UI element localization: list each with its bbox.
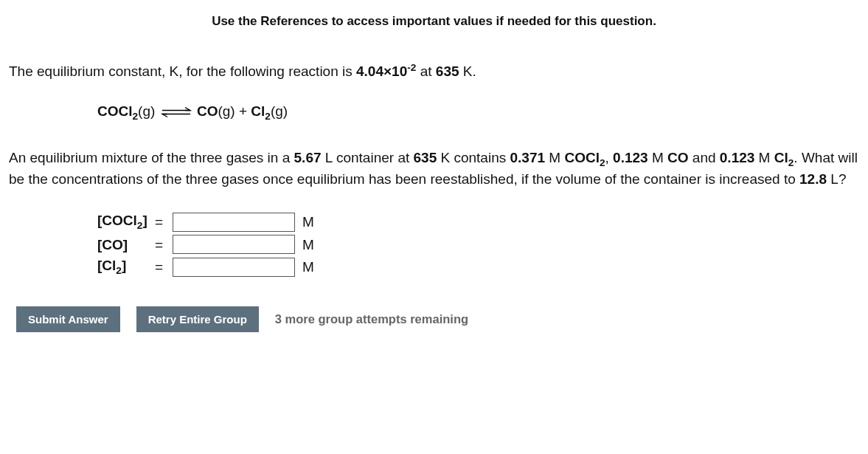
reference-instruction: Use the References to access important v…	[9, 13, 859, 30]
attempts-remaining: 3 more group attempts remaining	[275, 311, 468, 327]
intro-text-2: at	[416, 63, 435, 79]
retry-button[interactable]: Retry Entire Group	[136, 306, 259, 332]
submit-button[interactable]: Submit Answer	[16, 306, 120, 332]
equilibrium-arrow-icon	[161, 106, 192, 118]
unit-cl2: M	[302, 258, 314, 277]
equals-sign: =	[155, 258, 173, 277]
input-cocl2[interactable]	[173, 213, 295, 232]
intro-paragraph: The equilibrium constant, K, for the fol…	[9, 61, 859, 81]
equals-sign: =	[155, 213, 173, 232]
answer-row-co: [CO] = M	[97, 235, 859, 254]
label-cocl2: [COCl2]	[97, 211, 155, 233]
input-cl2[interactable]	[173, 258, 295, 277]
question-paragraph: An equilibrium mixture of the three gase…	[9, 148, 859, 189]
label-cl2: [Cl2]	[97, 256, 155, 278]
unit-cocl2: M	[302, 213, 314, 232]
reaction-equation: COCl2(g) CO(g) + Cl2(g)	[97, 102, 859, 123]
footer-controls: Submit Answer Retry Entire Group 3 more …	[16, 306, 859, 332]
answer-row-cocl2: [COCl2] = M	[97, 211, 859, 233]
intro-text-1: The equilibrium constant, K, for the fol…	[9, 63, 356, 79]
answer-row-cl2: [Cl2] = M	[97, 256, 859, 278]
label-co: [CO]	[97, 235, 155, 255]
k-value: 4.04×10-2	[356, 63, 416, 79]
intro-text-3: K.	[459, 63, 476, 79]
input-co[interactable]	[173, 235, 295, 254]
temperature: 635	[436, 63, 459, 79]
answer-section: [COCl2] = M [CO] = M [Cl2] = M	[97, 211, 859, 278]
unit-co: M	[302, 235, 314, 255]
equals-sign: =	[155, 235, 173, 255]
